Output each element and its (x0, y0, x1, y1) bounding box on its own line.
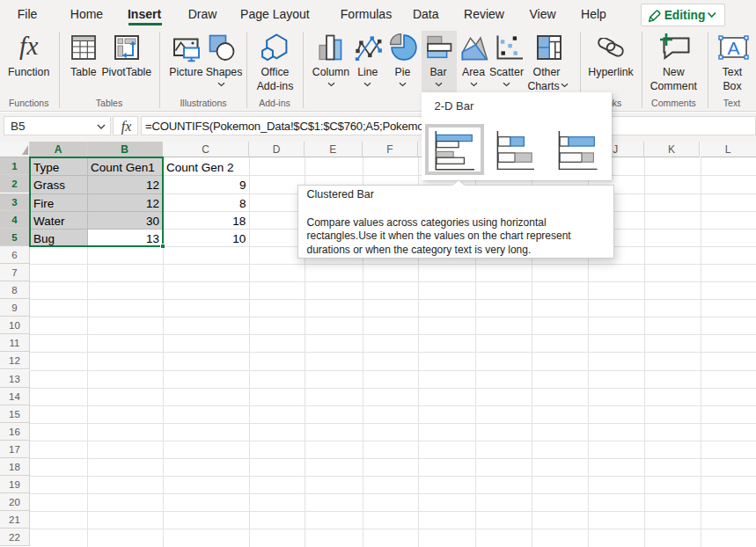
svg-text:A: A (727, 38, 739, 58)
